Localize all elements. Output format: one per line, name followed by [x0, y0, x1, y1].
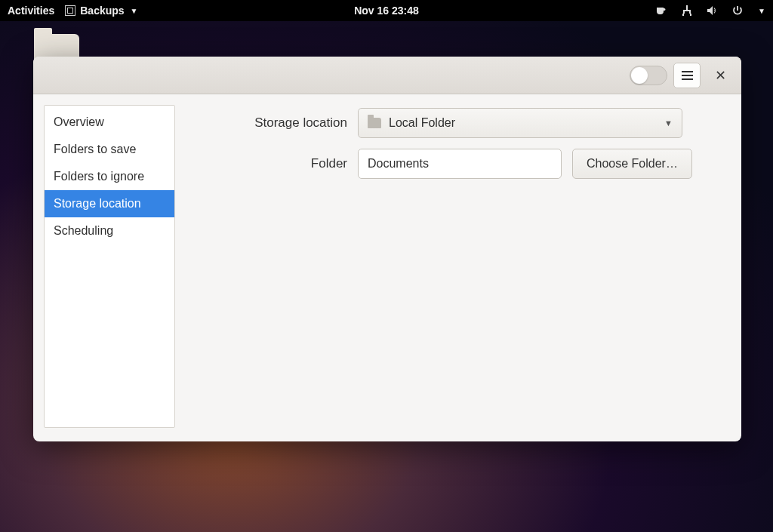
sidebar-item-folders-to-save[interactable]: Folders to save: [45, 136, 174, 163]
chevron-down-icon: ▼: [664, 118, 673, 128]
system-menu-chevron-icon[interactable]: ▼: [758, 7, 765, 15]
folder-icon: [368, 118, 381, 128]
headerbar: ✕: [33, 57, 741, 94]
coffee-icon[interactable]: [655, 5, 667, 16]
clock[interactable]: Nov 16 23:48: [354, 5, 419, 17]
sidebar-item-overview[interactable]: Overview: [45, 109, 174, 136]
app-menu[interactable]: Backups ▼: [65, 5, 137, 17]
chevron-down-icon: ▼: [131, 7, 138, 15]
sidebar-item-storage-location[interactable]: Storage location: [45, 190, 174, 217]
backups-window: ✕ Overview Folders to save Folders to ig…: [33, 57, 741, 441]
activities-button[interactable]: Activities: [8, 5, 54, 17]
storage-location-value: Local Folder: [389, 116, 455, 130]
auto-backup-switch[interactable]: [630, 66, 667, 85]
app-menu-label: Backups: [80, 5, 124, 17]
gnome-topbar: Activities Backups ▼ Nov 16 23:48 ▼: [0, 0, 773, 21]
sidebar-item-scheduling[interactable]: Scheduling: [45, 217, 174, 244]
choose-folder-button[interactable]: Choose Folder…: [572, 149, 692, 179]
power-icon[interactable]: [732, 5, 743, 16]
storage-location-label: Storage location: [196, 115, 347, 131]
hamburger-icon: [682, 75, 693, 76]
storage-location-combo[interactable]: Local Folder ▼: [358, 108, 682, 138]
sidebar-item-folders-to-ignore[interactable]: Folders to ignore: [45, 163, 174, 190]
close-button[interactable]: ✕: [707, 63, 734, 88]
sidebar: Overview Folders to save Folders to igno…: [44, 105, 175, 428]
network-icon[interactable]: [681, 5, 693, 16]
content-pane: Storage location Local Folder ▼ Folder C…: [196, 105, 728, 428]
close-icon: ✕: [715, 67, 726, 84]
backups-app-icon: [65, 5, 75, 16]
folder-input[interactable]: [358, 149, 562, 179]
hamburger-menu-button[interactable]: [673, 63, 701, 88]
volume-icon[interactable]: [707, 5, 719, 16]
folder-label: Folder: [196, 156, 347, 171]
